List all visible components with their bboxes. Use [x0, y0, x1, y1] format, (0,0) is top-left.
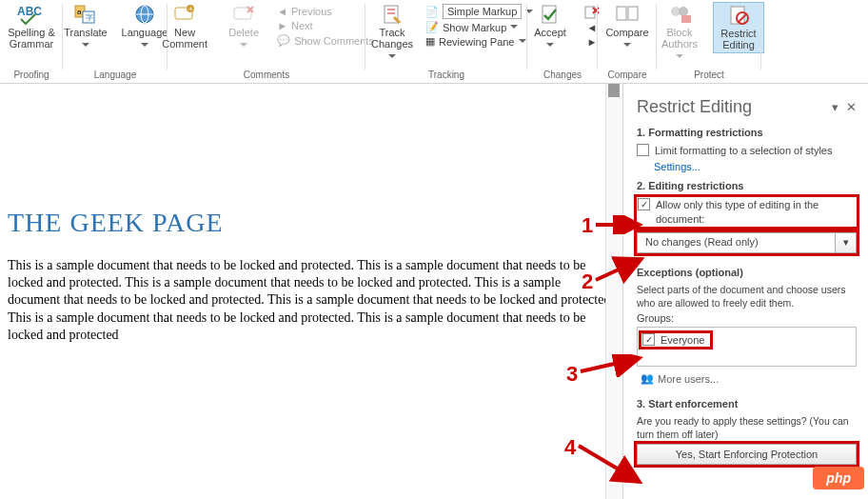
svg-text:+: +	[188, 5, 193, 13]
editing-type-select[interactable]: No changes (Read only) ▾	[637, 232, 857, 253]
group-label: Comments	[171, 68, 362, 83]
php-badge: php	[813, 467, 864, 489]
group-protect: Block Authors Restrict Editing Protect	[657, 0, 761, 83]
group-label: Tracking	[369, 68, 523, 83]
group-label: Changes	[531, 68, 594, 83]
svg-text:ABC: ABC	[17, 5, 42, 18]
next-icon: ►	[277, 20, 287, 31]
translate-label: Translate	[64, 27, 107, 38]
show-comments-button[interactable]: 💬Show Comments	[277, 34, 374, 47]
svg-rect-21	[617, 7, 626, 20]
next-comment-button[interactable]: ►Next	[277, 20, 374, 31]
tracking-options: 📄Simple Markup 📝Show Markup ▦Reviewing P…	[425, 2, 526, 48]
compare-button[interactable]: Compare	[602, 2, 653, 52]
everyone-checkbox[interactable]	[642, 333, 655, 346]
chevron-down-icon	[623, 43, 631, 50]
limit-formatting-label: Limit formatting to a selection of style…	[655, 144, 832, 157]
accept-button[interactable]: Accept	[524, 2, 576, 52]
block-authors-icon	[668, 4, 691, 25]
simple-markup-select[interactable]: 📄Simple Markup	[425, 4, 526, 19]
chevron-down-icon	[510, 25, 518, 32]
group-compare: Compare Compare	[598, 0, 657, 83]
group-language: a字 Translate Language Language	[63, 0, 168, 83]
show-comments-icon: 💬	[277, 34, 290, 47]
abc-check-icon: ABC	[17, 4, 46, 25]
close-icon[interactable]: ✕	[846, 100, 857, 114]
vertical-ruler	[605, 84, 622, 499]
svg-text:a: a	[77, 8, 82, 16]
accept-label: Accept	[534, 27, 566, 38]
translate-button[interactable]: a字 Translate	[60, 2, 111, 52]
svg-rect-25	[681, 15, 691, 23]
group-proofing: ABC Spelling & Grammar Proofing	[0, 0, 63, 83]
delete-label: Delete	[228, 27, 259, 38]
callout-3: 3	[566, 362, 578, 387]
chevron-down-icon	[240, 43, 247, 50]
compare-label: Compare	[605, 27, 648, 38]
group-comments: + New Comment Delete ◄Previous ►Next 💬Sh…	[168, 0, 365, 83]
restrict-editing-label: Restrict Editing	[720, 28, 756, 50]
exceptions-desc: Select parts of the document and choose …	[637, 284, 857, 309]
group-label: Proofing	[4, 68, 59, 83]
delete-comment-icon	[232, 4, 255, 25]
pane-controls: ▾ ✕	[832, 100, 857, 114]
ribbon: ABC Spelling & Grammar Proofing a字 Trans…	[0, 0, 868, 84]
show-markup-button[interactable]: 📝Show Markup	[425, 21, 526, 33]
previous-comment-button[interactable]: ◄Previous	[277, 6, 374, 17]
compare-icon	[615, 4, 640, 25]
spelling-label: Spelling & Grammar	[8, 27, 55, 50]
callout-1: 1	[582, 213, 593, 238]
section-editing: 2. Editing restrictions	[637, 180, 857, 191]
chevron-down-icon	[676, 54, 683, 62]
allow-only-label: Allow only this type of editing in the d…	[656, 198, 856, 226]
svg-rect-22	[628, 7, 638, 20]
reviewing-pane-icon: ▦	[425, 35, 435, 48]
track-changes-button[interactable]: Track Changes	[366, 2, 418, 64]
pane-menu-icon[interactable]: ▾	[832, 100, 838, 114]
document-title: THE GEEK PAGE	[8, 208, 615, 238]
settings-link[interactable]: Settings...	[654, 161, 857, 172]
globe-icon	[134, 4, 155, 25]
restrict-editing-pane: Restrict Editing ▾ ✕ 1. Formatting restr…	[622, 84, 868, 499]
block-authors-label: Block Authors	[661, 27, 698, 50]
new-comment-icon: +	[173, 4, 196, 25]
svg-rect-11	[234, 8, 251, 19]
everyone-label: Everyone	[661, 333, 704, 347]
exceptions-title: Exceptions (optional)	[637, 267, 857, 278]
section-enforcement: 3. Start enforcement	[637, 398, 857, 409]
svg-point-24	[679, 7, 688, 16]
allow-only-checkbox[interactable]	[638, 198, 650, 210]
restrict-editing-button[interactable]: Restrict Editing	[713, 2, 764, 53]
comment-nav: ◄Previous ►Next 💬Show Comments	[277, 2, 374, 47]
translate-icon: a字	[73, 4, 98, 25]
editing-type-value: No changes (Read only)	[637, 232, 836, 253]
pane-title: Restrict Editing	[637, 97, 752, 117]
chevron-down-icon	[141, 43, 148, 50]
everyone-row[interactable]: Everyone	[641, 333, 710, 347]
chevron-down-icon[interactable]: ▾	[836, 232, 857, 253]
groups-label: Groups:	[637, 312, 857, 324]
group-label: Protect	[661, 68, 758, 83]
chevron-down-icon	[82, 43, 89, 50]
document-area[interactable]: THE GEEK PAGE This is a sample document …	[0, 84, 622, 499]
reviewing-pane-button[interactable]: ▦Reviewing Pane	[425, 35, 526, 48]
spelling-grammar-button[interactable]: ABC Spelling & Grammar	[6, 2, 57, 51]
start-enforcing-button[interactable]: Yes, Start Enforcing Protection	[637, 444, 857, 465]
previous-icon: ◄	[277, 6, 287, 17]
track-changes-icon	[381, 4, 404, 25]
new-comment-label: New Comment	[162, 27, 207, 50]
svg-rect-17	[542, 6, 556, 23]
limit-formatting-row[interactable]: Limit formatting to a selection of style…	[637, 144, 857, 157]
group-tracking: Track Changes 📄Simple Markup 📝Show Marku…	[365, 0, 527, 83]
limit-formatting-checkbox[interactable]	[637, 144, 649, 156]
allow-only-row[interactable]: Allow only this type of editing in the d…	[637, 197, 857, 227]
block-authors-button[interactable]: Block Authors	[654, 2, 705, 64]
track-changes-label: Track Changes	[371, 27, 413, 50]
delete-comment-button[interactable]: Delete	[218, 2, 269, 52]
new-comment-button[interactable]: + New Comment	[159, 2, 210, 51]
more-users-link[interactable]: 👥 More users...	[641, 372, 857, 385]
callout-4: 4	[564, 435, 576, 460]
section-formatting: 1. Formatting restrictions	[637, 127, 857, 138]
group-label: Compare	[602, 68, 653, 83]
svg-text:字: 字	[86, 13, 93, 22]
